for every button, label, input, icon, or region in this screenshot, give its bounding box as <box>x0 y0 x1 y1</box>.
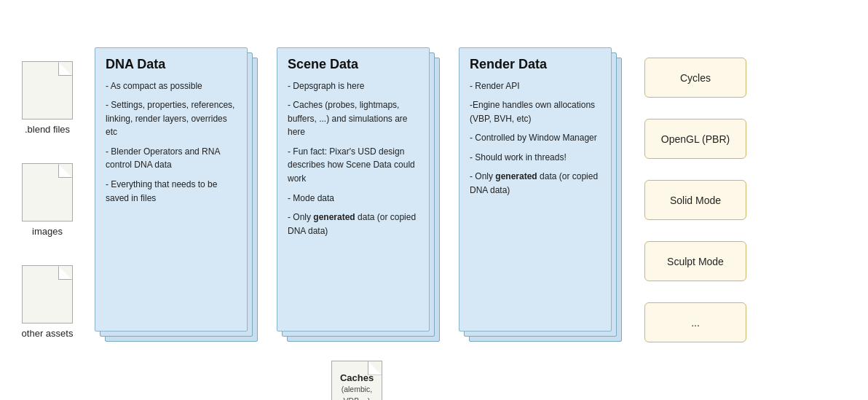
render-point-4: - Should work in threads! <box>470 151 601 165</box>
other-assets-item: other assets <box>15 265 80 339</box>
blend-files-icon <box>22 61 73 119</box>
dna-panel-title: DNA Data <box>106 57 237 72</box>
more-button[interactable]: ... <box>644 302 746 342</box>
images-label: images <box>32 226 63 237</box>
dna-panel-body: - As compact as possible - Settings, pro… <box>106 79 237 205</box>
file-icons-column: .blend files images other assets <box>7 47 87 353</box>
dna-panel-wrapper: DNA Data - As compact as possible - Sett… <box>95 47 255 353</box>
render-point-2: -Engine handles own allocations (VBP, BV… <box>470 98 601 125</box>
render-point-1: - Render API <box>470 79 601 93</box>
scene-panel-body: - Depsgraph is here - Caches (probes, li… <box>288 79 419 238</box>
blend-files-label: .blend files <box>25 124 70 135</box>
scene-point-5: - Only generated data (or copied DNA dat… <box>288 211 419 238</box>
sculpt-mode-button[interactable]: Sculpt Mode <box>644 241 746 281</box>
render-point-5: - Only generated data (or copied DNA dat… <box>470 170 601 197</box>
dna-point-3: - Blender Operators and RNA control DNA … <box>106 145 237 172</box>
scene-point-2: - Caches (probes, lightmaps, buffers, ..… <box>288 98 419 139</box>
scene-point-3: - Fun fact: Pixar's USD design describes… <box>288 145 419 186</box>
opengl-button[interactable]: OpenGL (PBR) <box>644 119 746 159</box>
dna-point-2: - Settings, properties, references, link… <box>106 98 237 139</box>
scene-card-front: Scene Data - Depsgraph is here - Caches … <box>277 47 430 332</box>
other-assets-label: other assets <box>22 328 74 339</box>
solid-mode-button[interactable]: Solid Mode <box>644 180 746 220</box>
diagram-container: .blend files images other assets DNA Dat… <box>0 0 868 400</box>
images-item: images <box>15 163 80 237</box>
render-panel-body: - Render API -Engine handles own allocat… <box>470 79 601 197</box>
dna-card-front: DNA Data - As compact as possible - Sett… <box>95 47 248 332</box>
other-assets-icon <box>22 265 73 323</box>
render-modes-column: Cycles OpenGL (PBR) Solid Mode Sculpt Mo… <box>641 47 750 353</box>
images-icon <box>22 163 73 221</box>
caches-label: Caches (alembic,VDB, ..) <box>340 372 374 400</box>
scene-point-4: - Mode data <box>288 192 419 205</box>
dna-point-4: - Everything that needs to be saved in f… <box>106 178 237 205</box>
scene-panel-title: Scene Data <box>288 57 419 72</box>
render-point-3: - Controlled by Window Manager <box>470 131 601 145</box>
render-panel-title: Render Data <box>470 57 601 72</box>
caches-sublabel: (alembic,VDB, ..) <box>342 385 373 400</box>
caches-title: Caches <box>340 372 374 383</box>
render-card-front: Render Data - Render API -Engine handles… <box>459 47 612 332</box>
cycles-button[interactable]: Cycles <box>644 58 746 98</box>
dna-point-1: - As compact as possible <box>106 79 237 93</box>
caches-icon-wrapper: Caches (alembic,VDB, ..) <box>331 361 382 401</box>
blend-files-item: .blend files <box>15 61 80 135</box>
scene-point-1: - Depsgraph is here <box>288 79 419 93</box>
render-panel-wrapper: Render Data - Render API -Engine handles… <box>459 47 619 353</box>
caches-file-icon: Caches (alembic,VDB, ..) <box>331 361 382 401</box>
scene-panel-wrapper: Scene Data - Depsgraph is here - Caches … <box>277 47 437 353</box>
